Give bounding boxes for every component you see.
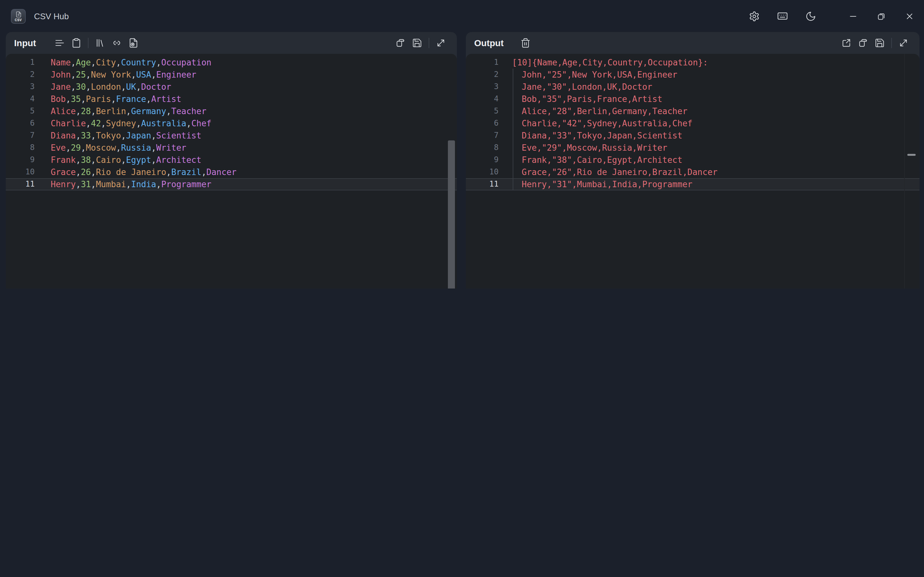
theme-toggle-button[interactable]: [805, 11, 816, 21]
minimize-icon: [848, 11, 858, 21]
line-number: 9: [6, 154, 35, 166]
input-scrollbar-thumb[interactable]: [448, 140, 455, 288]
format-lines-icon: [55, 38, 65, 48]
input-code-line[interactable]: 11Henry,31,Mumbai,India,Programmer: [6, 178, 457, 190]
line-text: Bob,35,Paris,France,Artist: [35, 93, 181, 105]
line-number: 5: [6, 105, 35, 117]
line-number: 2: [6, 69, 35, 81]
output-code-line[interactable]: 1[10]{Name,Age,City,Country,Occupation}:: [466, 56, 919, 69]
save-input-button[interactable]: [409, 35, 425, 51]
expand-output-button[interactable]: [895, 35, 912, 51]
input-code-line[interactable]: 4Bob,35,Paris,France,Artist: [6, 93, 457, 105]
output-editor[interactable]: 1[10]{Name,Age,City,Country,Occupation}:…: [466, 54, 919, 288]
line-number: 5: [466, 105, 499, 117]
titlebar: CSV CSV Hub: [0, 0, 924, 32]
output-code-line[interactable]: 7Diana,"33",Tokyo,Japan,Scientist: [466, 129, 919, 142]
output-panel: Output: [466, 32, 919, 288]
line-number: 3: [466, 81, 499, 93]
line-text: Diana,"33",Tokyo,Japan,Scientist: [499, 129, 682, 142]
save-icon: [875, 38, 885, 48]
line-number: 4: [466, 93, 499, 105]
input-code-line[interactable]: 2John,25,New York,USA,Engineer: [6, 69, 457, 81]
line-text: Grace,26,Rio de Janeiro,Brazil,Dancer: [35, 166, 236, 178]
keyboard-shortcuts-button[interactable]: [777, 11, 788, 21]
line-text: Charlie,"42",Sydney,Australia,Chef: [499, 117, 692, 129]
line-text: Charlie,42,Sydney,Australia,Chef: [35, 117, 212, 129]
output-code-line[interactable]: 8Eve,"29",Moscow,Russia,Writer: [466, 142, 919, 154]
output-code-line[interactable]: 5Alice,"28",Berlin,Germany,Teacher: [466, 105, 919, 117]
save-output-button[interactable]: [871, 35, 888, 51]
output-scrollbar-thumb[interactable]: [907, 154, 916, 156]
line-number: 8: [6, 142, 35, 154]
input-panel-title: Input: [14, 38, 36, 48]
toolbar-divider: [891, 38, 892, 48]
line-number: 6: [466, 117, 499, 129]
moon-icon: [805, 11, 816, 21]
output-code-line[interactable]: 2John,"25",New York,USA,Engineer: [466, 69, 919, 81]
line-text: Jane,30,London,UK,Doctor: [35, 81, 171, 93]
line-text: John,"25",New York,USA,Engineer: [499, 69, 677, 81]
copy-icon: [858, 38, 868, 48]
format-button[interactable]: [51, 35, 68, 51]
output-code-line[interactable]: 10Grace,"26",Rio de Janeiro,Brazil,Dance…: [466, 166, 919, 178]
line-number: 11: [6, 178, 35, 190]
input-code-line[interactable]: 5Alice,28,Berlin,Germany,Teacher: [6, 105, 457, 117]
open-file-button[interactable]: [125, 35, 142, 51]
input-panel: Input: [6, 32, 457, 288]
paste-icon: [71, 38, 81, 48]
copy-icon: [395, 38, 405, 48]
input-code-line[interactable]: 10Grace,26,Rio de Janeiro,Brazil,Dancer: [6, 166, 457, 178]
line-number: 8: [466, 142, 499, 154]
input-editor[interactable]: 1Name,Age,City,Country,Occupation2John,2…: [6, 54, 457, 288]
minimize-button[interactable]: [848, 11, 859, 21]
input-code-line[interactable]: 1Name,Age,City,Country,Occupation: [6, 56, 457, 69]
input-code-line[interactable]: 7Diana,33,Tokyo,Japan,Scientist: [6, 129, 457, 142]
paste-button[interactable]: [68, 35, 85, 51]
line-number: 3: [6, 81, 35, 93]
line-text: Frank,"38",Cairo,Egypt,Architect: [499, 154, 682, 166]
close-icon: [905, 11, 914, 21]
line-text: Diana,33,Tokyo,Japan,Scientist: [35, 129, 202, 142]
line-text: Grace,"26",Rio de Janeiro,Brazil,Dancer: [499, 166, 718, 178]
line-text: Name,Age,City,Country,Occupation: [35, 56, 212, 69]
copy-output-button[interactable]: [855, 35, 871, 51]
output-code-line[interactable]: 11Henry,"31",Mumbai,India,Programmer: [466, 178, 919, 190]
import-file-icon: [128, 38, 139, 48]
line-text: Bob,"35",Paris,France,Artist: [499, 93, 662, 105]
output-code-line[interactable]: 9Frank,"38",Cairo,Egypt,Architect: [466, 154, 919, 166]
library-icon: [95, 38, 105, 48]
load-url-button[interactable]: [108, 35, 125, 51]
settings-button[interactable]: [749, 11, 760, 21]
close-button[interactable]: [904, 11, 915, 21]
line-number: 1: [6, 56, 35, 69]
restore-icon: [877, 11, 886, 21]
line-number: 11: [466, 178, 499, 190]
clear-output-button[interactable]: [517, 35, 534, 51]
output-toolbar: Output: [466, 32, 919, 54]
line-number: 7: [466, 129, 499, 142]
file-text-icon: [15, 11, 21, 18]
line-text: Jane,"30",London,UK,Doctor: [499, 81, 652, 93]
titlebar-actions: [749, 11, 924, 21]
restore-button[interactable]: [876, 11, 887, 21]
line-number: 9: [466, 154, 499, 166]
toolbar-divider: [429, 38, 429, 48]
sample-data-button[interactable]: [92, 35, 108, 51]
expand-input-button[interactable]: [433, 35, 449, 51]
copy-input-button[interactable]: [392, 35, 409, 51]
window-title: CSV Hub: [34, 11, 69, 21]
input-code-line[interactable]: 9Frank,38,Cairo,Egypt,Architect: [6, 154, 457, 166]
input-code-line[interactable]: 6Charlie,42,Sydney,Australia,Chef: [6, 117, 457, 129]
output-code-line[interactable]: 3Jane,"30",London,UK,Doctor: [466, 81, 919, 93]
line-number: 7: [6, 129, 35, 142]
input-code-line[interactable]: 3Jane,30,London,UK,Doctor: [6, 81, 457, 93]
keyboard-icon: [777, 10, 788, 22]
output-panel-title: Output: [474, 38, 504, 48]
output-code-line[interactable]: 6Charlie,"42",Sydney,Australia,Chef: [466, 117, 919, 129]
line-text: [10]{Name,Age,City,Country,Occupation}:: [499, 56, 708, 69]
share-output-button[interactable]: [838, 35, 855, 51]
input-code-line[interactable]: 8Eve,29,Moscow,Russia,Writer: [6, 142, 457, 154]
line-number: 4: [6, 93, 35, 105]
output-code-line[interactable]: 4Bob,"35",Paris,France,Artist: [466, 93, 919, 105]
line-text: Eve,29,Moscow,Russia,Writer: [35, 142, 186, 154]
